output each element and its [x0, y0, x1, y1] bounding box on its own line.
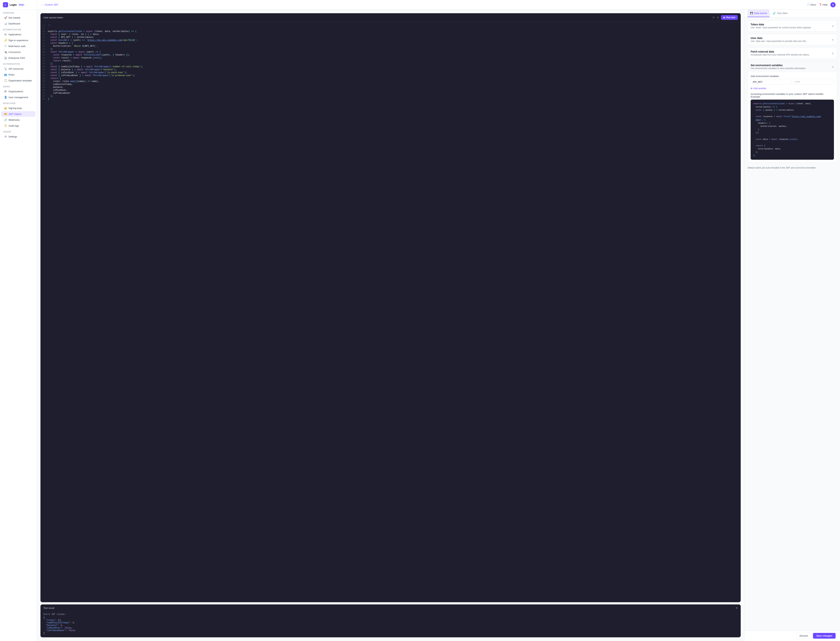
- run-test-button[interactable]: ▶ Run test: [721, 15, 738, 20]
- env-value-input[interactable]: [793, 79, 834, 85]
- code-line: 35 };: [40, 95, 741, 98]
- add-another-label: Add another: [753, 87, 766, 90]
- code-line: 17 const headers = {: [40, 42, 741, 45]
- sidebar-item-get-started[interactable]: 🚀 Get started: [1, 15, 36, 20]
- sidebar-item-label: Multi-factor auth: [8, 45, 26, 48]
- discard-button[interactable]: Discard: [796, 633, 811, 639]
- fetch-external-title: Fetch external data: [751, 50, 809, 53]
- token-data-accordion: Token data Use `token` input parameter f…: [748, 20, 837, 32]
- logo-text: Logto: [10, 3, 17, 6]
- token-data-title: Token data: [751, 23, 811, 26]
- tab-data-source-label: Data source: [754, 12, 767, 14]
- sidebar-item-applications[interactable]: ⊞ Applications: [1, 32, 36, 37]
- fetch-external-subtitle: Incorporate data from your external APIs…: [751, 53, 809, 56]
- env-badge[interactable]: Prod: [18, 4, 25, 6]
- tenant-section-label: TENANT: [0, 129, 37, 134]
- test-result-label: Extra JWT claims:: [44, 613, 738, 616]
- sidebar-item-label: Enterprise SSO: [8, 56, 25, 60]
- sidebar-item-enterprise-sso[interactable]: 🏢 Enterprise SSO: [1, 55, 36, 61]
- default-claims-note: Default claims are auto-included in the …: [748, 166, 837, 169]
- sidebar-item-jwt-claims[interactable]: 🎫 JWT Claims: [1, 111, 36, 117]
- sidebar-item-api-resources[interactable]: 📡 API resources: [1, 66, 36, 71]
- docs-link[interactable]: 📄 Docs: [807, 3, 816, 6]
- content-area: User access token ↺ ⎘ ▶ Run test: [37, 10, 840, 641]
- token-data-header[interactable]: Token data Use `token` input parameter f…: [748, 20, 837, 31]
- test-result-panel: Test result ✕ Extra JWT claims: { "roles…: [40, 604, 741, 637]
- applications-icon: ⊞: [4, 33, 7, 36]
- help-icon: ❓: [819, 3, 822, 6]
- sidebar-item-label: Organizations: [8, 90, 23, 93]
- overview-section-label: OVERVIEW: [0, 10, 37, 15]
- sidebar-item-label: Signing keys: [8, 107, 22, 110]
- token-data-subtitle: Use `token` input parameter for current …: [751, 26, 811, 29]
- user-data-title: User data: [751, 37, 806, 40]
- sidebar-item-roles[interactable]: 👥 Roles: [1, 72, 36, 77]
- sidebar-item-mfa[interactable]: 🛡 Multi-factor auth: [1, 43, 36, 49]
- refresh-button[interactable]: ↺: [712, 15, 715, 20]
- env-section-body: Add environment variables ⊕ Add another …: [748, 72, 837, 162]
- sidebar-item-label: Applications: [8, 33, 21, 36]
- code-line: 12: [40, 27, 741, 30]
- sidebar-item-label: User management: [8, 96, 28, 99]
- token-data-chevron: ∨: [832, 24, 834, 28]
- sidebar-item-organizations[interactable]: 🏛 Organizations: [1, 89, 36, 94]
- settings-icon: ⚙: [4, 135, 7, 138]
- sidebar-item-user-management[interactable]: 👤 User management: [1, 95, 36, 100]
- sidebar-item-connectors[interactable]: 🔌 Connectors: [1, 49, 36, 55]
- code-body[interactable]: 11 */ 12 13 exports.getCustomJwtClaims =…: [40, 22, 741, 602]
- add-another-button[interactable]: ⊕ Add another: [751, 86, 766, 90]
- env-section-header[interactable]: Set environment variables Use environmen…: [748, 61, 837, 72]
- fetch-external-header[interactable]: Fetch external data Incorporate data fro…: [748, 48, 837, 59]
- dev-section-label: DEVELOPER: [0, 100, 37, 105]
- tab-test-claim[interactable]: 🧪 Test claim: [770, 10, 790, 17]
- code-example: exports.getCustomJwtClaims = async (toke…: [751, 100, 834, 160]
- sidebar-item-settings[interactable]: ⚙ Settings: [1, 134, 36, 139]
- sidebar-item-sign-in[interactable]: 🔑 Sign-in experience: [1, 37, 36, 43]
- sidebar-item-org-template[interactable]: 📋 Organization template: [1, 78, 36, 83]
- user-mgmt-icon: 👤: [4, 96, 7, 99]
- editor-title: User access token: [44, 16, 63, 19]
- code-line: 29 return {: [40, 77, 741, 80]
- sidebar-item-audit-logs[interactable]: 📜 Audit logs: [1, 123, 36, 129]
- test-result-header: Test result ✕: [40, 604, 741, 612]
- env-input-row: [751, 79, 834, 85]
- tab-test-claim-label: Test claim: [777, 12, 788, 14]
- user-avatar[interactable]: U: [830, 2, 835, 7]
- code-line: 14 const { user: { roles, id } } = data;: [40, 33, 741, 36]
- breadcrumb[interactable]: ← Custom JWT: [41, 3, 58, 6]
- env-add-label: Add environment variables: [751, 75, 834, 77]
- code-editor: User access token ↺ ⎘ ▶ Run test: [40, 13, 741, 602]
- env-variables-section: Set environment variables Use environmen…: [748, 61, 837, 163]
- user-data-header[interactable]: User data Use `data.user` input paramete…: [748, 34, 837, 45]
- code-line: 36 }: [40, 98, 741, 100]
- users-section-label: USERS: [0, 84, 37, 89]
- code-line: 25 const { numCallesToday } = await fetc…: [40, 65, 741, 68]
- breadcrumb-arrow: ←: [41, 3, 44, 6]
- jwt-icon: 🎫: [4, 113, 7, 115]
- copy-button[interactable]: ⎘: [717, 15, 720, 20]
- tab-data-source[interactable]: 💾 Data source: [748, 10, 770, 17]
- test-result-json: { "roles": [], "numOfCallesToday": 0, "b…: [44, 616, 738, 635]
- test-result-body: Extra JWT claims: { "roles": [], "numOfC…: [40, 612, 741, 637]
- plus-icon: ⊕: [751, 87, 753, 90]
- play-icon: ▶: [724, 16, 725, 19]
- logo-icon: L: [3, 2, 8, 7]
- sidebar-item-label: Organization template: [8, 79, 32, 82]
- code-line: 27 const { isPaidUser } = await fetchWra…: [40, 71, 741, 74]
- run-test-label: Run test: [726, 16, 735, 19]
- editor-panel: User access token ↺ ⎘ ▶ Run test: [37, 10, 745, 641]
- code-line: 24 };: [40, 62, 741, 65]
- env-key-input[interactable]: [751, 79, 792, 85]
- mfa-icon: 🛡: [4, 45, 7, 48]
- code-line: 11 */: [40, 24, 741, 27]
- right-panel-tabs: 💾 Data source 🧪 Test claim: [745, 10, 840, 17]
- docs-label: Docs: [811, 3, 816, 6]
- sidebar-item-dashboard[interactable]: 📊 Dashboard: [1, 21, 36, 26]
- close-test-result-button[interactable]: ✕: [735, 606, 738, 610]
- sidebar-item-label: Sign-in experience: [8, 39, 28, 42]
- user-data-subtitle: Use `data.user` input parameter to provi…: [751, 40, 806, 42]
- help-link[interactable]: ❓ Help: [819, 3, 827, 6]
- sidebar-item-signing-keys[interactable]: 🔐 Signing keys: [1, 105, 36, 111]
- sidebar-item-webhooks[interactable]: 🔗 Webhooks: [1, 117, 36, 122]
- save-button[interactable]: Save changes: [813, 633, 835, 639]
